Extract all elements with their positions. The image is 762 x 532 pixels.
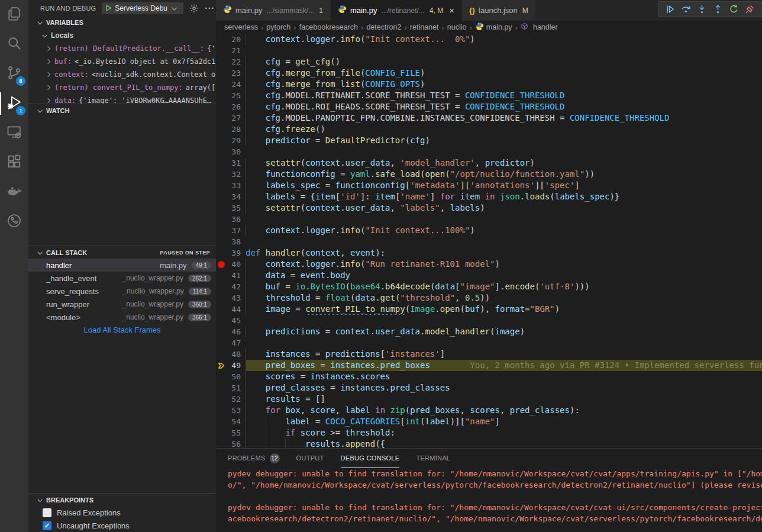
code-line-33[interactable]: 33labels_spec = functionconfig['metadata…: [216, 180, 762, 191]
stack-frame-row[interactable]: run_wrapper_nuclio_wrapper.py360:1: [28, 298, 216, 311]
gutter-glyph[interactable]: [216, 416, 227, 427]
activity-item-explorer[interactable]: [0, 0, 28, 30]
code-line-51[interactable]: 51pred_classes = instances.pred_classes: [216, 382, 762, 394]
editor-tab-main-py[interactable]: main.py.../retinanet/...4, M×: [331, 0, 462, 21]
disconnect-button[interactable]: [742, 2, 758, 17]
gutter-glyph[interactable]: [216, 146, 227, 157]
gutter-glyph[interactable]: [216, 157, 227, 169]
locals-scope[interactable]: Locals: [28, 29, 216, 42]
code-line-38[interactable]: 38: [216, 236, 762, 247]
gutter-glyph[interactable]: [216, 191, 227, 202]
activity-item-extensions[interactable]: [0, 148, 28, 178]
gutter-glyph[interactable]: [216, 427, 227, 439]
code-line-56[interactable]: 56results.append({: [216, 439, 762, 449]
gutter-glyph[interactable]: [216, 180, 227, 191]
code-line-50[interactable]: 50scores = instances.scores: [216, 371, 762, 382]
gutter-glyph[interactable]: [216, 112, 227, 124]
code-line-47[interactable]: 47: [216, 337, 762, 349]
breadcrumb-item-retinanet[interactable]: retinanet: [410, 23, 439, 31]
more-actions-icon[interactable]: ···: [205, 4, 215, 13]
code-editor[interactable]: 20context.logger.info("Init context... 0…: [216, 34, 762, 449]
step-out-button[interactable]: [710, 2, 726, 17]
breadcrumb-item-facebookresearch[interactable]: facebookresearch: [299, 23, 358, 31]
gutter-glyph[interactable]: [216, 315, 227, 326]
code-line-55[interactable]: 55if score >= threshold:: [216, 427, 762, 439]
gutter-glyph[interactable]: [216, 394, 227, 405]
gutter-glyph[interactable]: [216, 225, 227, 236]
code-line-46[interactable]: 46predictions = context.user_data.model_…: [216, 326, 762, 337]
gutter-glyph[interactable]: [216, 124, 227, 135]
debug-config-select[interactable]: Serverless Debu: [102, 2, 183, 14]
stack-frame-row[interactable]: handlermain.py49:1: [28, 259, 216, 272]
editor-tab-launch-json[interactable]: {}launch.jsonM: [462, 0, 536, 21]
breakpoint-glyph[interactable]: [216, 259, 227, 270]
code-line-28[interactable]: 28cfg.freeze(): [216, 124, 762, 135]
code-line-49[interactable]: 49pred_boxes = instances.pred_boxesYou, …: [216, 360, 762, 371]
code-line-31[interactable]: 31setattr(context.user_data, 'model_hand…: [216, 157, 762, 169]
code-line-53[interactable]: 53for box, score, label in zip(pred_boxe…: [216, 405, 762, 416]
code-line-36[interactable]: 36: [216, 214, 762, 225]
gutter-glyph[interactable]: [216, 371, 227, 382]
panel-tab-problems[interactable]: PROBLEMS12: [228, 449, 280, 468]
code-line-34[interactable]: 34labels = {item['id']: item['name'] for…: [216, 191, 762, 202]
gutter-glyph[interactable]: [216, 169, 227, 180]
step-over-button[interactable]: [678, 2, 694, 17]
code-line-26[interactable]: 26cfg.MODEL.ROI_HEADS.SCORE_THRESH_TEST …: [216, 101, 762, 112]
stack-frame-row[interactable]: _handle_event_nuclio_wrapper.py262:1: [28, 272, 216, 285]
gutter-glyph[interactable]: [216, 90, 227, 101]
gutter-glyph[interactable]: [216, 101, 227, 112]
breadcrumb-item-main-py[interactable]: main.py: [475, 22, 512, 33]
gutter-glyph[interactable]: [216, 326, 227, 337]
variable-row[interactable]: (return) DefaultPredictor.__call__:{'ins…: [28, 42, 216, 55]
panel-tab-debug-console[interactable]: DEBUG CONSOLE: [341, 449, 400, 468]
breakpoint-row[interactable]: Raised Exceptions: [28, 506, 216, 519]
gutter-glyph[interactable]: [216, 281, 227, 292]
gutter-glyph[interactable]: [216, 67, 227, 79]
code-line-24[interactable]: 24cfg.merge_from_list(CONFIG_OPTS): [216, 79, 762, 90]
gutter-glyph[interactable]: [216, 292, 227, 304]
breadcrumb-item-nuclio[interactable]: nuclio: [447, 23, 467, 31]
code-line-27[interactable]: 27cfg.MODEL.PANOPTIC_FPN.COMBINE.INSTANC…: [216, 112, 762, 124]
code-line-54[interactable]: 54label = COCO_CATEGORIES[int(label)]["n…: [216, 416, 762, 427]
gutter-glyph[interactable]: [216, 236, 227, 247]
panel-tab-terminal[interactable]: TERMINAL: [416, 449, 450, 468]
code-line-37[interactable]: 37context.logger.info("Init context...10…: [216, 225, 762, 236]
breadcrumb-item-pytorch[interactable]: pytorch: [266, 23, 290, 31]
activity-item-remote-explorer[interactable]: [0, 118, 28, 148]
call-stack-section-header[interactable]: CALL STACK PAUSED ON STEP: [28, 246, 216, 259]
breadcrumb-item-detectron2[interactable]: detectron2: [366, 23, 401, 31]
activity-item-resource-graph[interactable]: [0, 207, 28, 237]
gutter-glyph[interactable]: [216, 214, 227, 225]
load-all-stack-frames-link[interactable]: Load All Stack Frames: [28, 324, 216, 337]
restart-button[interactable]: [726, 2, 742, 17]
code-line-45[interactable]: 45: [216, 315, 762, 326]
variable-row[interactable]: buf:<_io.BytesIO object at 0x7f5a2dc1ecc…: [28, 55, 216, 68]
gutter-glyph[interactable]: [216, 79, 227, 90]
code-line-40[interactable]: 40context.logger.info("Run retinanet-R10…: [216, 259, 762, 270]
continue-button[interactable]: [662, 2, 678, 17]
activity-item-source-control[interactable]: 8: [0, 59, 28, 89]
code-line-52[interactable]: 52results = []: [216, 394, 762, 405]
code-line-48[interactable]: 48instances = predictions['instances']: [216, 349, 762, 360]
code-line-32[interactable]: 32functionconfig = yaml.safe_load(open("…: [216, 169, 762, 180]
gutter-glyph[interactable]: [216, 304, 227, 315]
activity-item-run-debug[interactable]: 1: [0, 89, 28, 118]
code-line-20[interactable]: 20context.logger.info("Init context... 0…: [216, 34, 762, 45]
gutter-glyph[interactable]: [216, 45, 227, 56]
panel-tab-output[interactable]: OUTPUT: [296, 449, 324, 468]
gutter-glyph[interactable]: [216, 34, 227, 45]
breakpoints-section-header[interactable]: BREAKPOINTS: [28, 493, 216, 506]
code-line-30[interactable]: 30: [216, 146, 762, 157]
checkbox-checked[interactable]: ✓: [43, 521, 51, 530]
code-line-25[interactable]: 25cfg.MODEL.RETINANET.SCORE_THRESH_TEST …: [216, 90, 762, 101]
stack-frame-row[interactable]: <module>_nuclio_wrapper.py366:1: [28, 311, 216, 324]
variables-section-header[interactable]: VARIABLES: [28, 16, 216, 29]
stack-frame-row[interactable]: serve_requests_nuclio_wrapper.py114:1: [28, 285, 216, 298]
close-icon[interactable]: ×: [449, 5, 454, 15]
code-line-39[interactable]: 39def handler(context, event):: [216, 247, 762, 259]
activity-item-search[interactable]: [0, 30, 28, 59]
step-into-button[interactable]: [694, 2, 710, 17]
code-line-29[interactable]: 29predictor = DefaultPredictor(cfg): [216, 135, 762, 146]
watch-section-header[interactable]: WATCH: [28, 104, 216, 117]
code-line-23[interactable]: 23cfg.merge_from_file(CONFIG_FILE): [216, 67, 762, 79]
